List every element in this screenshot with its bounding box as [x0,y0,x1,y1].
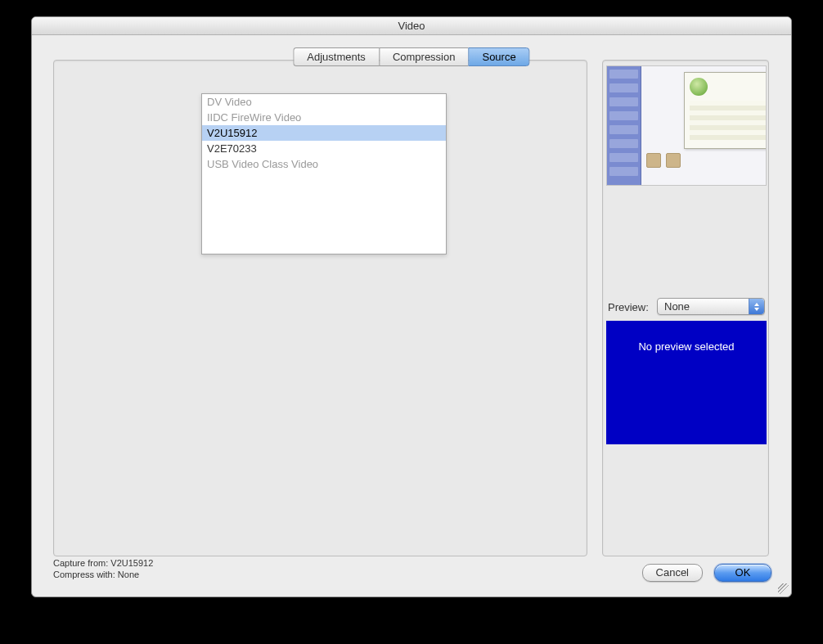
window-title: Video [398,20,425,32]
resize-grip-icon[interactable] [778,583,789,594]
preview-thumbnail [606,65,767,186]
no-preview-box: No preview selected [606,321,767,444]
source-list-scroll[interactable]: DV Video IIDC FireWire Video V2U15912 V2… [202,94,446,254]
source-item-v2e70233[interactable]: V2E70233 [202,141,446,156]
tab-adjustments[interactable]: Adjustments [293,47,379,66]
ok-button[interactable]: OK [714,564,771,582]
updown-arrows-icon [749,299,764,314]
window-content: Adjustments Compression Source DV Video … [32,35,791,597]
video-settings-window: Video Adjustments Compression Source DV … [31,16,792,597]
preview-thumbnail-content [607,66,766,185]
side-panel: Preview: None No preview selected [602,60,769,556]
source-item-dv-video[interactable]: DV Video [202,94,446,110]
source-item-v2u15912[interactable]: V2U15912 [202,125,446,141]
no-preview-text: No preview selected [638,340,734,353]
cancel-button[interactable]: Cancel [642,564,703,582]
source-item-iidc-firewire[interactable]: IIDC FireWire Video [202,110,446,125]
tab-bar: Adjustments Compression Source [293,47,529,66]
source-item-usb-video-class[interactable]: USB Video Class Video [202,156,446,172]
preview-select[interactable]: None [657,298,765,315]
footer-info: Capture from: V2U15912 Compress with: No… [53,557,153,580]
tab-compression[interactable]: Compression [379,47,469,66]
dialog-buttons: Cancel OK [642,564,771,582]
main-panel: DV Video IIDC FireWire Video V2U15912 V2… [53,60,587,556]
preview-label: Preview: [608,301,649,313]
preview-select-value: None [664,300,690,313]
compress-with-text: Compress with: None [53,569,153,580]
capture-from-text: Capture from: V2U15912 [53,557,153,569]
window-titlebar: Video [32,17,791,35]
tab-source[interactable]: Source [468,47,529,66]
source-list: DV Video IIDC FireWire Video V2U15912 V2… [201,93,447,254]
